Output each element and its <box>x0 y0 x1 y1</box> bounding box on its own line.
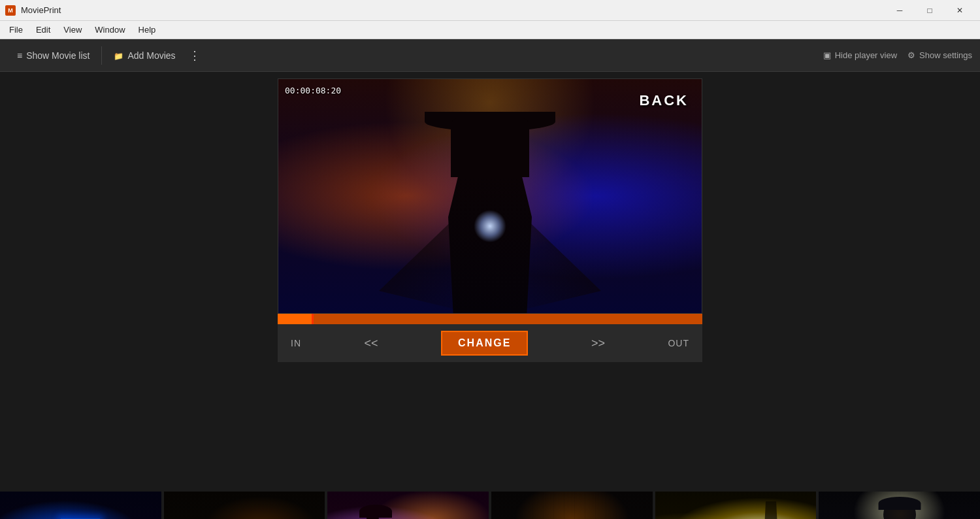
app-title: MoviePrint <box>21 5 61 15</box>
rewind-button[interactable]: << <box>365 337 378 350</box>
add-movies-label: Add Movies <box>127 50 175 61</box>
video-timestamp: 00:00:08:20 <box>285 86 341 95</box>
menu-edit[interactable]: Edit <box>29 22 57 37</box>
maximize-button[interactable]: □ <box>915 0 945 21</box>
toolbar: Show Movie list Add Movies ⋮ Hide player… <box>0 39 980 72</box>
hide-player-label: Hide player view <box>835 50 897 60</box>
title-bar-left: M MoviePrint <box>5 5 61 16</box>
list-icon <box>17 50 22 61</box>
change-button[interactable]: CHANGE <box>441 331 528 356</box>
menu-file[interactable]: File <box>3 22 29 37</box>
video-back-text: BACK <box>639 92 689 109</box>
player-container: 00:00:08:20 BACK IN << CHANGE >> OUT <box>274 78 706 362</box>
menu-view[interactable]: View <box>57 22 88 37</box>
thumbnail-4[interactable] <box>491 492 653 519</box>
show-movie-list-label: Show Movie list <box>26 50 90 61</box>
menu-help[interactable]: Help <box>132 22 163 37</box>
video-content <box>278 79 702 313</box>
settings-icon <box>907 50 915 60</box>
toolbar-right: Hide player view Show settings <box>823 50 972 60</box>
timeline-progress <box>278 314 312 324</box>
video-frame[interactable]: 00:00:08:20 BACK <box>278 78 702 314</box>
toolbar-separator <box>101 46 102 65</box>
show-settings-label: Show settings <box>919 50 972 60</box>
close-button[interactable]: ✕ <box>945 0 975 21</box>
forward-button[interactable]: >> <box>591 337 605 350</box>
hide-player-button[interactable]: Hide player view <box>823 50 897 60</box>
show-settings-button[interactable]: Show settings <box>907 50 972 60</box>
show-movie-list-button[interactable]: Show Movie list <box>8 45 99 66</box>
app-icon: M <box>5 5 16 16</box>
folder-icon <box>114 50 123 61</box>
timeline-marker <box>312 314 314 324</box>
thumbnail-6[interactable] <box>819 492 980 519</box>
toolbar-left: Show Movie list Add Movies ⋮ <box>8 45 823 66</box>
thumbnail-3-selected[interactable] <box>327 492 489 519</box>
thumbnail-1[interactable] <box>0 492 161 519</box>
thumbnail-5[interactable] <box>655 492 817 519</box>
title-bar: M MoviePrint ─ □ ✕ <box>0 0 980 21</box>
player-controls: IN << CHANGE >> OUT <box>278 324 702 362</box>
in-label: IN <box>291 338 301 348</box>
thumbnail-strip <box>0 486 980 519</box>
out-label: OUT <box>668 338 689 348</box>
window-controls: ─ □ ✕ <box>885 0 975 21</box>
minimize-button[interactable]: ─ <box>885 0 915 21</box>
menu-window[interactable]: Window <box>88 22 131 37</box>
add-movies-button[interactable]: Add Movies <box>105 45 184 66</box>
hide-icon <box>823 50 831 60</box>
timeline-scrubber[interactable] <box>278 314 702 324</box>
menu-bar: File Edit View Window Help <box>0 21 980 39</box>
main-content: 00:00:08:20 BACK IN << CHANGE >> OUT <box>0 72 980 486</box>
thumbnail-2[interactable] <box>164 492 325 519</box>
more-options-button[interactable]: ⋮ <box>185 46 204 65</box>
